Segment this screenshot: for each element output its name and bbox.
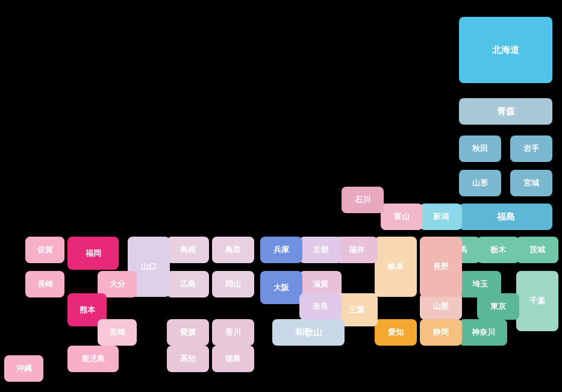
prefecture-tokyo[interactable]: 東京 [477,293,519,320]
prefecture-label-yamaguchi: 山口 [141,261,157,272]
prefecture-label-hiroshima: 広島 [180,279,196,290]
prefecture-label-fukuoka: 福岡 [86,248,101,259]
prefecture-miyazaki[interactable]: 宮崎 [98,319,137,346]
prefecture-tottori[interactable]: 鳥取 [212,237,254,263]
prefecture-kanagawa[interactable]: 神奈川 [459,319,507,346]
prefecture-label-miyagi: 宮城 [523,178,539,188]
prefecture-label-shiga: 滋賀 [313,279,328,290]
prefecture-wakayama[interactable]: 和歌山 [272,319,345,346]
prefecture-label-tottori: 鳥取 [225,244,241,255]
prefecture-ibaraki[interactable]: 茨城 [516,237,558,263]
prefecture-hiroshima[interactable]: 広島 [167,271,209,297]
prefecture-hokkaido[interactable]: 北海道 [459,17,552,83]
prefecture-label-toyama: 富山 [394,211,410,222]
prefecture-aomori[interactable]: 青森 [459,98,552,125]
prefecture-label-niigata: 新潟 [433,211,449,222]
prefecture-niigata[interactable]: 新潟 [420,204,462,230]
prefecture-kochi[interactable]: 高知 [167,346,209,372]
prefecture-label-saitama: 埼玉 [472,279,488,290]
prefecture-chiba[interactable]: 千葉 [516,271,558,331]
prefecture-label-kanagawa: 神奈川 [472,327,495,338]
prefecture-label-ishikawa: 石川 [355,194,370,205]
prefecture-label-akita: 秋田 [472,143,488,154]
prefecture-label-kagoshima: 鹿児島 [81,353,105,364]
prefecture-tochigi[interactable]: 栃木 [477,237,519,263]
prefecture-label-tochigi: 栃木 [490,244,506,255]
prefecture-ishikawa[interactable]: 石川 [342,187,384,213]
prefecture-iwate[interactable]: 岩手 [510,135,552,162]
prefecture-kyoto[interactable]: 京都 [299,237,342,263]
prefecture-kagoshima[interactable]: 鹿児島 [67,346,119,372]
prefecture-label-kyoto: 京都 [313,244,328,255]
prefecture-yamanashi[interactable]: 山梨 [420,293,462,320]
prefecture-hyogo[interactable]: 兵庫 [260,237,302,263]
prefecture-label-wakayama: 和歌山 [295,327,322,338]
prefecture-label-okinawa: 沖縄 [16,363,32,374]
prefecture-label-kumamoto: 熊本 [80,305,95,316]
prefecture-shizuoka[interactable]: 静岡 [420,319,462,346]
prefecture-label-miyazaki: 宮崎 [110,327,125,338]
prefecture-label-fukui: 福井 [349,244,364,255]
prefecture-label-kagawa: 香川 [225,327,241,338]
japan-map: 北海道青森秋田岩手山形宮城福島新潟富山石川茨城栃木群馬埼玉千葉東京神奈川山梨長野… [0,0,562,392]
prefecture-okayama[interactable]: 岡山 [212,271,254,297]
prefecture-akita[interactable]: 秋田 [459,135,501,162]
prefecture-saga[interactable]: 佐賀 [25,237,64,263]
prefecture-label-osaka: 大阪 [273,282,289,293]
prefecture-label-shimane: 島根 [180,244,196,255]
prefecture-tokushima[interactable]: 徳島 [212,346,254,372]
prefecture-label-oita: 大分 [110,279,125,290]
prefecture-label-kochi: 高知 [180,353,196,364]
prefecture-label-shizuoka: 静岡 [433,327,449,338]
prefecture-nagano[interactable]: 長野 [420,237,462,297]
prefecture-ehime[interactable]: 愛媛 [167,319,209,346]
prefecture-kagawa[interactable]: 香川 [212,319,254,346]
prefecture-label-yamanashi: 山梨 [433,301,449,312]
prefecture-label-iwate: 岩手 [523,143,539,154]
prefecture-fukushima[interactable]: 福島 [459,204,552,230]
prefecture-okinawa[interactable]: 沖縄 [4,355,43,382]
prefecture-label-chiba: 千葉 [529,296,545,306]
prefecture-label-saga: 佐賀 [37,244,53,255]
prefecture-label-okayama: 岡山 [225,279,241,290]
prefecture-label-aichi: 愛知 [388,327,404,338]
prefecture-label-tokyo: 東京 [490,301,506,312]
prefecture-gifu[interactable]: 岐阜 [375,237,417,297]
prefecture-label-nagano: 長野 [433,261,449,272]
prefecture-label-hyogo: 兵庫 [273,244,289,255]
prefecture-toyama[interactable]: 富山 [381,204,423,230]
prefecture-shimane[interactable]: 島根 [167,237,209,263]
prefecture-label-tokushima: 徳島 [225,353,241,364]
prefecture-fukuoka[interactable]: 福岡 [67,237,119,270]
prefecture-label-ehime: 愛媛 [180,327,196,338]
prefecture-yamagata[interactable]: 山形 [459,170,501,196]
prefecture-label-yamagata: 山形 [472,178,488,188]
prefecture-label-gifu: 岐阜 [388,261,404,272]
prefecture-label-aomori: 青森 [497,106,515,117]
prefecture-label-mie: 三重 [349,305,364,316]
prefecture-osaka[interactable]: 大阪 [260,271,302,304]
prefecture-label-hokkaido: 北海道 [492,45,519,56]
prefecture-label-nagasaki: 長崎 [37,279,53,290]
prefecture-fukui[interactable]: 福井 [336,237,378,263]
prefecture-aichi[interactable]: 愛知 [375,319,417,346]
prefecture-label-fukushima: 福島 [497,211,515,223]
prefecture-nara[interactable]: 奈良 [299,293,342,320]
prefecture-label-ibaraki: 茨城 [529,244,545,255]
prefecture-nagasaki[interactable]: 長崎 [25,271,64,297]
prefecture-miyagi[interactable]: 宮城 [510,170,552,196]
prefecture-label-nara: 奈良 [313,301,328,312]
